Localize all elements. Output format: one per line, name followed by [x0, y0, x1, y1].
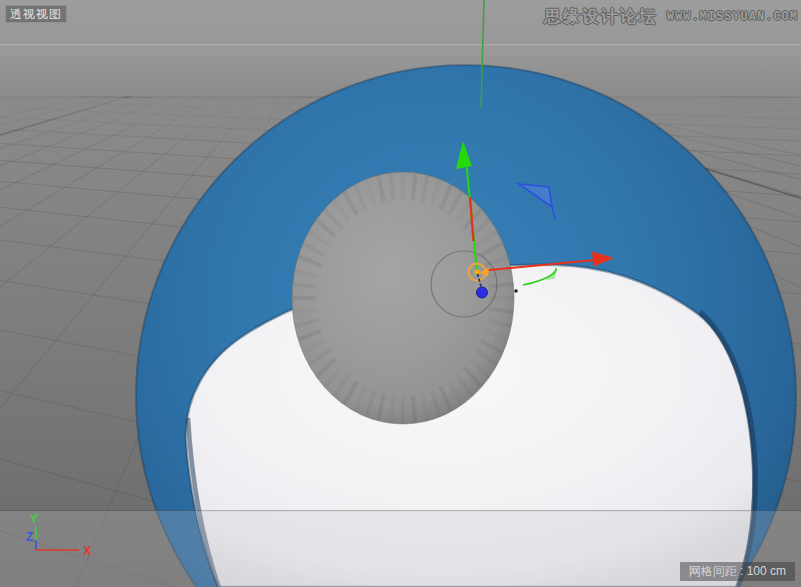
scene-canvas[interactable]: Y Z X	[0, 0, 801, 587]
gizmo-z-knob-handle[interactable]	[477, 287, 488, 298]
axis-indicator-z-label: Z	[26, 530, 33, 544]
viewport-3d[interactable]: Y Z X 透视视图 思缘设计论坛 WWW.MISSYUAN.COM 网格间距 …	[0, 0, 801, 587]
watermark-site-name: 思缘设计论坛	[544, 5, 658, 28]
axis-indicator-x-label: X	[83, 544, 91, 558]
watermark-site-url: WWW.MISSYUAN.COM	[667, 10, 798, 24]
grid-spacing-readout: 网格间距 : 100 cm	[680, 562, 795, 581]
pivot-point-dot	[514, 289, 518, 293]
watermark: 思缘设计论坛 WWW.MISSYUAN.COM	[544, 5, 798, 28]
gizmo-center-dot[interactable]	[474, 269, 479, 274]
axis-indicator-y-label: Y	[30, 512, 38, 526]
viewport-title[interactable]: 透视视图	[5, 5, 67, 23]
